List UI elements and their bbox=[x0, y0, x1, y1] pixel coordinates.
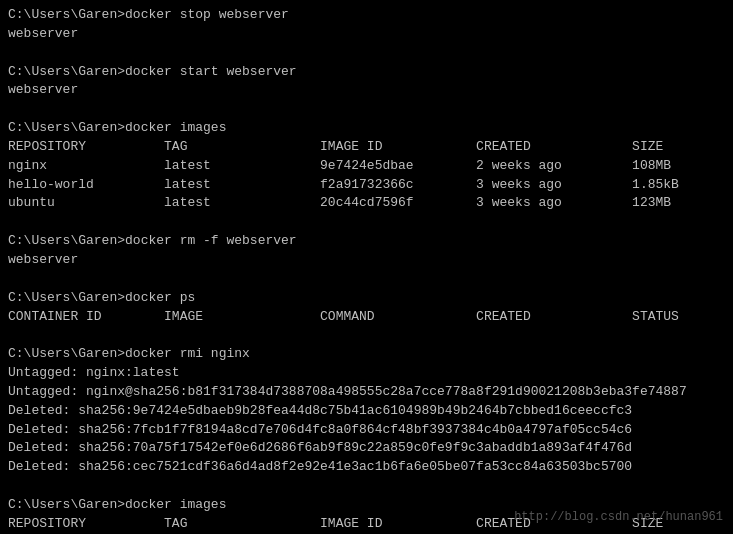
terminal-line bbox=[8, 477, 725, 496]
terminal-line: ubuntu latest 20c44cd7596f 3 weeks ago 1… bbox=[8, 194, 725, 213]
terminal-line: Deleted: sha256:cec7521cdf36a6d4ad8f2e92… bbox=[8, 458, 725, 477]
terminal-line bbox=[8, 326, 725, 345]
terminal-line: webserver bbox=[8, 81, 725, 100]
terminal-line: Deleted: sha256:70a75f17542ef0e6d2686f6a… bbox=[8, 439, 725, 458]
terminal-line: webserver bbox=[8, 251, 725, 270]
terminal-line: Untagged: nginx@sha256:b81f317384d738870… bbox=[8, 383, 725, 402]
terminal-line: C:\Users\Garen>docker stop webserver bbox=[8, 6, 725, 25]
terminal-line: CONTAINER ID IMAGE COMMAND CREATED STATU… bbox=[8, 308, 725, 327]
terminal-line bbox=[8, 270, 725, 289]
terminal-line: REPOSITORY TAG IMAGE ID CREATED SIZE bbox=[8, 138, 725, 157]
terminal-line bbox=[8, 100, 725, 119]
terminal-content: C:\Users\Garen>docker stop webserverwebs… bbox=[8, 6, 725, 534]
terminal-window: C:\Users\Garen>docker stop webserverwebs… bbox=[0, 0, 733, 534]
terminal-line: Untagged: nginx:latest bbox=[8, 364, 725, 383]
terminal-line: Deleted: sha256:9e7424e5dbaeb9b28fea44d8… bbox=[8, 402, 725, 421]
terminal-line: webserver bbox=[8, 25, 725, 44]
terminal-line: Deleted: sha256:7fcb1f7f8194a8cd7e706d4f… bbox=[8, 421, 725, 440]
terminal-line: C:\Users\Garen>docker ps bbox=[8, 289, 725, 308]
terminal-line: C:\Users\Garen>docker start webserver bbox=[8, 63, 725, 82]
terminal-line: nginx latest 9e7424e5dbae 2 weeks ago 10… bbox=[8, 157, 725, 176]
terminal-line: C:\Users\Garen>docker images bbox=[8, 119, 725, 138]
terminal-line bbox=[8, 213, 725, 232]
terminal-line bbox=[8, 44, 725, 63]
terminal-line: hello-world latest f2a91732366c 3 weeks … bbox=[8, 176, 725, 195]
terminal-line: C:\Users\Garen>docker rmi nginx bbox=[8, 345, 725, 364]
watermark: http://blog.csdn.net/hunan961 bbox=[514, 509, 723, 526]
terminal-line: C:\Users\Garen>docker rm -f webserver bbox=[8, 232, 725, 251]
